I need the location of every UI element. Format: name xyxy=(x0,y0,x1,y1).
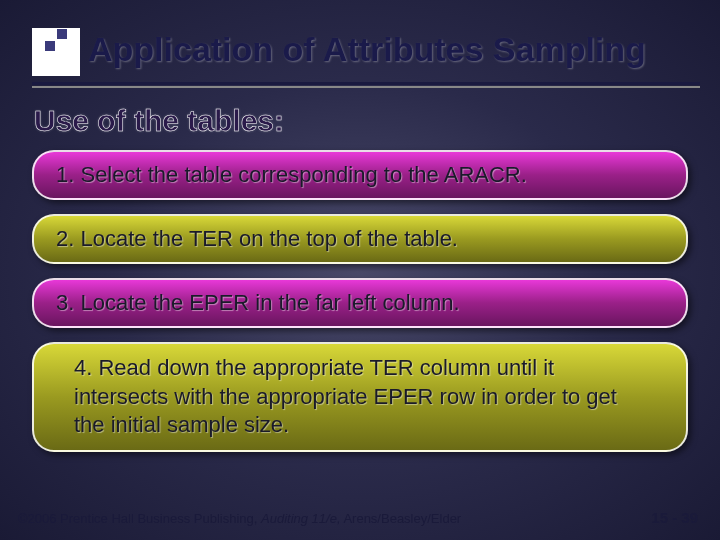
step-1: 1. Select the table corresponding to the… xyxy=(32,150,688,200)
steps-container: 1. Select the table corresponding to the… xyxy=(32,150,688,466)
authors: Arens/Beasley/Elder xyxy=(341,511,462,526)
logo-mark xyxy=(32,28,80,76)
slide-title: Application of Attributes Sampling xyxy=(88,30,646,69)
slide-subtitle: Use of the tables: xyxy=(34,104,284,138)
book-title: Auditing 11/e, xyxy=(261,511,341,526)
step-2: 2. Locate the TER on the top of the tabl… xyxy=(32,214,688,264)
title-underline xyxy=(32,82,700,88)
copyright-text: ©2006 Prentice Hall Business Publishing, xyxy=(18,511,261,526)
step-3: 3. Locate the EPER in the far left colum… xyxy=(32,278,688,328)
footer-copyright: ©2006 Prentice Hall Business Publishing,… xyxy=(18,511,461,526)
page-number: 15 - 39 xyxy=(651,509,698,526)
step-4: 4. Read down the appropriate TER column … xyxy=(32,342,688,452)
